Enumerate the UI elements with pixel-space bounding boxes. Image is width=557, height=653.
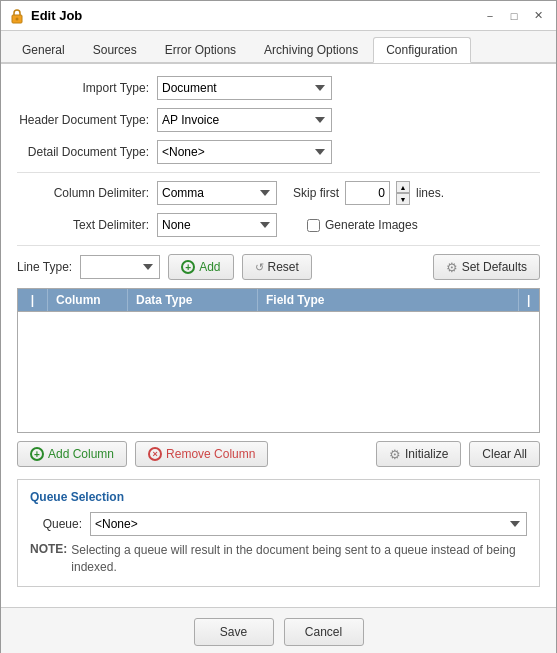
footer: Save Cancel: [1, 607, 556, 653]
header-doc-type-label: Header Document Type:: [17, 113, 157, 127]
reset-button[interactable]: ↺ Reset: [242, 254, 312, 280]
line-type-select-wrapper: [80, 255, 160, 279]
save-button[interactable]: Save: [194, 618, 274, 646]
text-delimiter-label: Text Delimiter:: [17, 218, 157, 232]
tab-archiving-options[interactable]: Archiving Options: [251, 37, 371, 62]
skip-first-input[interactable]: [345, 181, 390, 205]
minimize-button[interactable]: −: [480, 7, 500, 25]
reset-icon: ↺: [255, 261, 264, 274]
tab-sources[interactable]: Sources: [80, 37, 150, 62]
tab-general[interactable]: General: [9, 37, 78, 62]
line-type-label: Line Type:: [17, 260, 72, 274]
detail-doc-type-row: Detail Document Type: <None> Line Items: [17, 140, 540, 164]
note-text: Selecting a queue will result in the doc…: [71, 542, 527, 576]
title-bar: Edit Job − □ ✕: [1, 1, 556, 31]
column-delimiter-row: Column Delimiter: Comma Tab Semicolon Pi…: [17, 181, 540, 205]
action-right: ⚙ Initialize Clear All: [376, 441, 540, 467]
queue-select-wrapper: <None>: [90, 512, 527, 536]
table-header-field-type: Field Type: [258, 289, 519, 311]
tab-bar: General Sources Error Options Archiving …: [1, 31, 556, 63]
plus-icon: +: [181, 260, 195, 274]
main-window: Edit Job − □ ✕ General Sources Error Opt…: [0, 0, 557, 653]
divider-2: [17, 245, 540, 246]
title-bar-controls: − □ ✕: [480, 7, 548, 25]
header-doc-type-select[interactable]: AP Invoice PO Invoice: [157, 108, 332, 132]
add-column-button[interactable]: + Add Column: [17, 441, 127, 467]
queue-label: Queue:: [30, 517, 90, 531]
table-header: | Column Data Type Field Type |: [18, 289, 539, 312]
detail-doc-type-label: Detail Document Type:: [17, 145, 157, 159]
text-delimiter-select-wrapper: None Double Quote Single Quote: [157, 213, 277, 237]
add-button[interactable]: + Add: [168, 254, 233, 280]
data-table: | Column Data Type Field Type |: [17, 288, 540, 433]
skip-first-row: Skip first ▲ ▼ lines.: [293, 181, 444, 205]
cancel-button[interactable]: Cancel: [284, 618, 364, 646]
column-delimiter-select-wrapper: Comma Tab Semicolon Pipe: [157, 181, 277, 205]
lock-icon: [9, 8, 25, 24]
lines-label: lines.: [416, 186, 444, 200]
column-delimiter-label: Column Delimiter:: [17, 186, 157, 200]
queue-select[interactable]: <None>: [90, 512, 527, 536]
table-header-column: Column: [48, 289, 128, 311]
queue-section: Queue Selection Queue: <None> NOTE: Sele…: [17, 479, 540, 587]
generate-images-label: Generate Images: [325, 218, 418, 232]
line-type-select[interactable]: [80, 255, 160, 279]
skip-first-label: Skip first: [293, 186, 339, 200]
tab-configuration[interactable]: Configuration: [373, 37, 470, 63]
queue-section-title: Queue Selection: [30, 490, 527, 504]
tab-error-options[interactable]: Error Options: [152, 37, 249, 62]
text-delimiter-select[interactable]: None Double Quote Single Quote: [157, 213, 277, 237]
header-doc-type-select-wrapper: AP Invoice PO Invoice: [157, 108, 332, 132]
table-body[interactable]: [18, 312, 539, 432]
svg-point-1: [16, 17, 19, 20]
note-label: NOTE:: [30, 542, 67, 556]
note-row: NOTE: Selecting a queue will result in t…: [30, 542, 527, 576]
queue-row: Queue: <None>: [30, 512, 527, 536]
add-column-plus-icon: +: [30, 447, 44, 461]
skip-first-spinner: ▲ ▼: [396, 181, 410, 205]
clear-all-button[interactable]: Clear All: [469, 441, 540, 467]
divider-1: [17, 172, 540, 173]
remove-column-button[interactable]: × Remove Column: [135, 441, 268, 467]
spin-up-button[interactable]: ▲: [396, 181, 410, 193]
header-doc-type-row: Header Document Type: AP Invoice PO Invo…: [17, 108, 540, 132]
table-header-data-type: Data Type: [128, 289, 258, 311]
window-title: Edit Job: [31, 8, 82, 23]
title-bar-left: Edit Job: [9, 8, 82, 24]
spin-down-button[interactable]: ▼: [396, 193, 410, 205]
generate-images-checkbox[interactable]: [307, 219, 320, 232]
import-type-label: Import Type:: [17, 81, 157, 95]
table-header-end: |: [519, 289, 539, 311]
remove-column-x-icon: ×: [148, 447, 162, 461]
set-defaults-button[interactable]: ⚙ Set Defaults: [433, 254, 540, 280]
maximize-button[interactable]: □: [504, 7, 524, 25]
generate-images-row: Generate Images: [307, 218, 418, 232]
column-delimiter-select[interactable]: Comma Tab Semicolon Pipe: [157, 181, 277, 205]
text-delimiter-row: Text Delimiter: None Double Quote Single…: [17, 213, 540, 237]
detail-doc-type-select-wrapper: <None> Line Items: [157, 140, 332, 164]
import-type-select[interactable]: Document CSV XML: [157, 76, 332, 100]
gear-icon: ⚙: [446, 260, 458, 275]
detail-doc-type-select[interactable]: <None> Line Items: [157, 140, 332, 164]
main-content: Import Type: Document CSV XML Header Doc…: [1, 63, 556, 607]
close-button[interactable]: ✕: [528, 7, 548, 25]
table-header-checkbox: |: [18, 289, 48, 311]
import-type-row: Import Type: Document CSV XML: [17, 76, 540, 100]
initialize-button[interactable]: ⚙ Initialize: [376, 441, 461, 467]
initialize-gear-icon: ⚙: [389, 447, 401, 462]
line-type-row: Line Type: + Add ↺ Reset ⚙ Set Defaults: [17, 254, 540, 280]
action-row: + Add Column × Remove Column ⚙ Initializ…: [17, 441, 540, 467]
import-type-select-wrapper: Document CSV XML: [157, 76, 332, 100]
